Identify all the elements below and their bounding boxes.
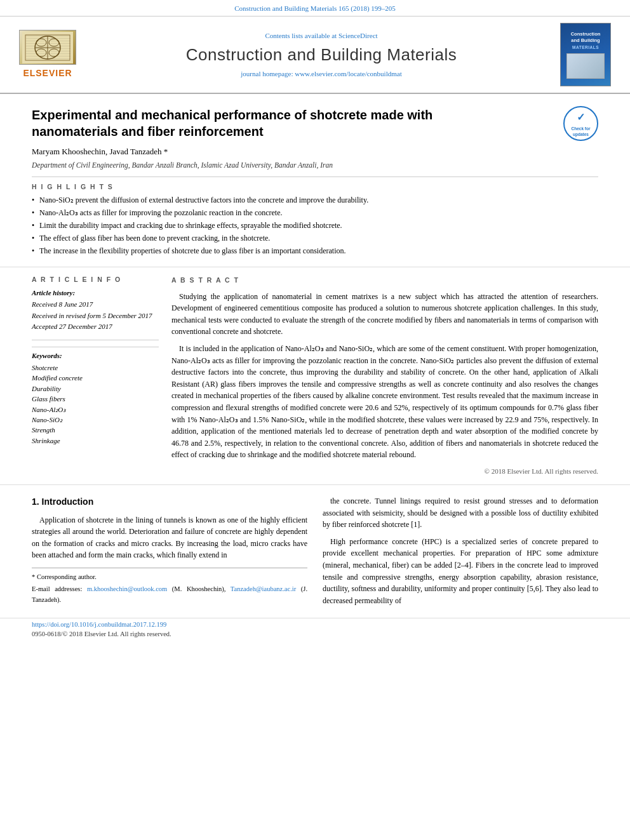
science-direct-link: Contents lists available at ScienceDirec… xyxy=(95,31,547,41)
keyword-item: Durability xyxy=(32,384,159,394)
email2-link[interactable]: Tanzadeh@iaubanz.ac.ir xyxy=(231,585,296,592)
keyword-item: Nano-SiO₂ xyxy=(32,415,159,425)
svg-rect-1 xyxy=(25,35,70,60)
intro-number: 1. xyxy=(32,497,39,507)
accepted-date: Accepted 27 December 2017 xyxy=(32,322,159,331)
svg-point-8 xyxy=(49,49,59,57)
keyword-item: Nano-Al₂O₃ xyxy=(32,405,159,415)
keyword-item: Strength xyxy=(32,425,159,435)
body-col-left: 1. Introduction Application of shotcrete… xyxy=(32,495,307,611)
intro-col2-para1: the concrete. Tunnel linings required to… xyxy=(323,495,598,531)
revised-date: Received in revised form 5 December 2017 xyxy=(32,311,159,321)
highlights-section: H I G H L I G H T S Nano-SiO₂ prevent th… xyxy=(32,177,598,257)
abstract-text: Studying the application of nanomaterial… xyxy=(171,291,598,461)
introduction-section: 1. Introduction Application of shotcrete… xyxy=(0,485,630,618)
check-for-updates-badge: ✓ Check for updates xyxy=(563,106,598,141)
svg-point-5 xyxy=(36,39,46,46)
paper-header-section: ✓ Check for updates Experimental and mec… xyxy=(0,94,630,267)
authors: Maryam Khooshechin, Javad Tanzadeh * xyxy=(32,146,598,157)
abstract-paragraph-2: It is included in the application of Nan… xyxy=(171,343,598,461)
thumb-journal-title: Constructionand Building xyxy=(571,31,601,44)
keyword-item: Shotcrete xyxy=(32,363,159,373)
journal-thumbnail: Constructionand Building MATERIALS xyxy=(560,23,611,86)
issn-copyright: 0950-0618/© 2018 Elsevier Ltd. All right… xyxy=(32,630,171,637)
abstract-label: A B S T R A C T xyxy=(171,275,598,285)
received-date: Received 8 June 2017 xyxy=(32,300,159,309)
intro-title-text: Introduction xyxy=(42,497,94,507)
journal-homepage: journal homepage: www.elsevier.com/locat… xyxy=(95,69,547,79)
affiliation: Department of Civil Engineering, Bandar … xyxy=(32,160,598,170)
highlight-item: Limit the durability impact and cracking… xyxy=(32,220,598,231)
body-two-column: 1. Introduction Application of shotcrete… xyxy=(32,495,598,611)
journal-header: ELSEVIER Contents lists available at Sci… xyxy=(0,17,630,94)
check-badge-inner: ✓ Check for updates xyxy=(563,106,598,141)
copyright-notice: © 2018 Elsevier Ltd. All rights reserved… xyxy=(171,466,598,477)
svg-point-7 xyxy=(36,49,46,57)
article-info-column: A R T I C L E I N F O Article history: R… xyxy=(32,275,159,477)
keyword-item: Modified concrete xyxy=(32,373,159,383)
svg-rect-0 xyxy=(22,32,73,63)
check-icon: ✓ xyxy=(577,110,585,124)
abstract-paragraph-1: Studying the application of nanomaterial… xyxy=(171,291,598,338)
keywords-list: Shotcrete Modified concrete Durability G… xyxy=(32,363,159,446)
journal-ref-text: Construction and Building Materials 165 … xyxy=(234,4,396,12)
doi-link[interactable]: https://doi.org/10.1016/j.conbuildmat.20… xyxy=(32,621,166,628)
abstract-column: A B S T R A C T Studying the application… xyxy=(171,275,598,477)
article-history: Article history: Received 8 June 2017 Re… xyxy=(32,288,159,340)
elsevier-logo-image xyxy=(19,30,76,65)
highlights-label: H I G H L I G H T S xyxy=(32,182,598,192)
footnotes: * Corresponding author. E-mail addresses… xyxy=(32,568,307,605)
intro-col1-para1: Application of shotcrete in the lining o… xyxy=(32,514,307,561)
email1-link[interactable]: m.khooshechin@outlook.com xyxy=(87,585,167,592)
thumb-cover-image xyxy=(566,53,605,79)
body-col-right: the concrete. Tunnel linings required to… xyxy=(323,495,598,611)
corresponding-note: * Corresponding author. xyxy=(32,572,307,582)
journal-reference: Construction and Building Materials 165 … xyxy=(0,0,630,17)
elsevier-logo: ELSEVIER xyxy=(13,30,83,80)
article-info-label: A R T I C L E I N F O xyxy=(32,275,159,284)
journal-center: Contents lists available at ScienceDirec… xyxy=(83,31,560,79)
highlight-item: Nano-SiO₂ prevent the diffusion of exter… xyxy=(32,195,598,206)
article-info-abstract-section: A R T I C L E I N F O Article history: R… xyxy=(0,267,630,485)
journal-cover-image: Constructionand Building MATERIALS xyxy=(560,23,611,86)
thumb-journal-subtitle: MATERIALS xyxy=(572,45,599,50)
elsevier-wordmark: ELSEVIER xyxy=(23,67,72,80)
intro-section-title: 1. Introduction xyxy=(32,495,307,509)
history-label: Article history: xyxy=(32,288,159,298)
doi-bar: https://doi.org/10.1016/j.conbuildmat.20… xyxy=(0,618,630,641)
highlight-item: Nano-Al₂O₃ acts as filler for improving … xyxy=(32,208,598,218)
highlights-list: Nano-SiO₂ prevent the diffusion of exter… xyxy=(32,195,598,256)
svg-point-6 xyxy=(49,39,59,46)
journal-title: Construction and Building Materials xyxy=(95,43,547,66)
keyword-item: Shrinkage xyxy=(32,436,159,446)
email-label: E-mail addresses: xyxy=(32,585,82,592)
svg-point-2 xyxy=(35,36,60,59)
keywords-label: Keywords: xyxy=(32,351,159,361)
email1-author: (M. Khooshechin), xyxy=(172,585,226,592)
check-label: Check for updates xyxy=(565,126,597,137)
paper-title: Experimental and mechanical performance … xyxy=(32,107,464,140)
highlight-item: The effect of glass fiber has been done … xyxy=(32,233,598,244)
intro-col2-para2: High performance concrete (HPC) is a spe… xyxy=(323,536,598,607)
keyword-item: Glass fibers xyxy=(32,394,159,404)
highlight-item: The increase in the flexibility properti… xyxy=(32,246,598,257)
author-names: Maryam Khooshechin, Javad Tanzadeh * xyxy=(32,147,168,156)
science-direct-text[interactable]: ScienceDirect xyxy=(338,32,378,39)
keywords-section: Keywords: Shotcrete Modified concrete Du… xyxy=(32,347,159,446)
email-note: E-mail addresses: m.khooshechin@outlook.… xyxy=(32,584,307,605)
